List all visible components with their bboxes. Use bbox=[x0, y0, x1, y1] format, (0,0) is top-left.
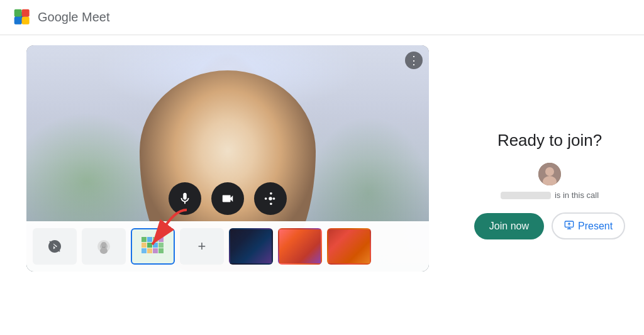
join-now-button[interactable]: Join now bbox=[474, 213, 544, 239]
bg-none-thumb[interactable] bbox=[33, 228, 77, 265]
svg-rect-23 bbox=[158, 248, 164, 253]
video-section: ⋮ bbox=[0, 35, 455, 335]
svg-rect-2 bbox=[22, 9, 30, 16]
present-label: Present bbox=[578, 221, 613, 232]
svg-rect-16 bbox=[142, 243, 147, 248]
svg-rect-18 bbox=[153, 243, 158, 248]
video-controls-bar bbox=[169, 182, 287, 215]
svg-point-10 bbox=[101, 242, 106, 247]
svg-rect-19 bbox=[158, 243, 164, 248]
svg-rect-21 bbox=[147, 248, 152, 253]
google-meet-logo-icon bbox=[13, 8, 33, 28]
svg-rect-12 bbox=[142, 237, 147, 242]
svg-rect-22 bbox=[153, 248, 158, 253]
participant-name-blur bbox=[501, 192, 551, 199]
present-icon bbox=[564, 220, 574, 232]
video-more-options-button[interactable]: ⋮ bbox=[405, 52, 423, 69]
participant-avatar bbox=[538, 163, 561, 185]
svg-rect-13 bbox=[147, 237, 152, 242]
participant-info: is in this call bbox=[501, 163, 599, 200]
svg-rect-20 bbox=[142, 248, 147, 253]
microphone-button[interactable] bbox=[169, 182, 201, 215]
svg-rect-14 bbox=[153, 237, 158, 242]
svg-point-26 bbox=[545, 167, 554, 176]
svg-point-11 bbox=[100, 248, 108, 254]
bg-color-2-thumb[interactable] bbox=[278, 228, 322, 265]
main-content: ⋮ bbox=[0, 35, 644, 335]
video-container: ⋮ bbox=[26, 45, 429, 272]
bg-add-thumb[interactable]: + bbox=[180, 228, 224, 265]
ready-to-join-title: Ready to join? bbox=[497, 131, 602, 150]
bg-pixel-thumb[interactable] bbox=[131, 228, 175, 265]
present-button[interactable]: Present bbox=[552, 212, 625, 239]
right-panel: Ready to join? is in this call Join now bbox=[455, 35, 644, 335]
effects-button[interactable] bbox=[254, 182, 287, 215]
svg-rect-3 bbox=[14, 16, 22, 24]
app-title: Google Meet bbox=[38, 10, 110, 25]
bg-color-1-thumb[interactable] bbox=[229, 228, 273, 265]
bg-blur-thumb[interactable] bbox=[82, 228, 126, 265]
participant-status-text: is in this call bbox=[555, 190, 599, 200]
background-options-bar: + bbox=[26, 221, 429, 272]
camera-button[interactable] bbox=[211, 182, 244, 215]
svg-point-5 bbox=[269, 197, 272, 200]
action-buttons-group: Join now Present bbox=[474, 212, 625, 239]
svg-rect-15 bbox=[158, 237, 164, 242]
svg-rect-1 bbox=[14, 9, 22, 16]
svg-rect-4 bbox=[22, 16, 30, 24]
svg-rect-17 bbox=[147, 243, 152, 248]
bg-color-3-thumb[interactable] bbox=[327, 228, 371, 265]
app-header: Google Meet bbox=[0, 0, 644, 35]
